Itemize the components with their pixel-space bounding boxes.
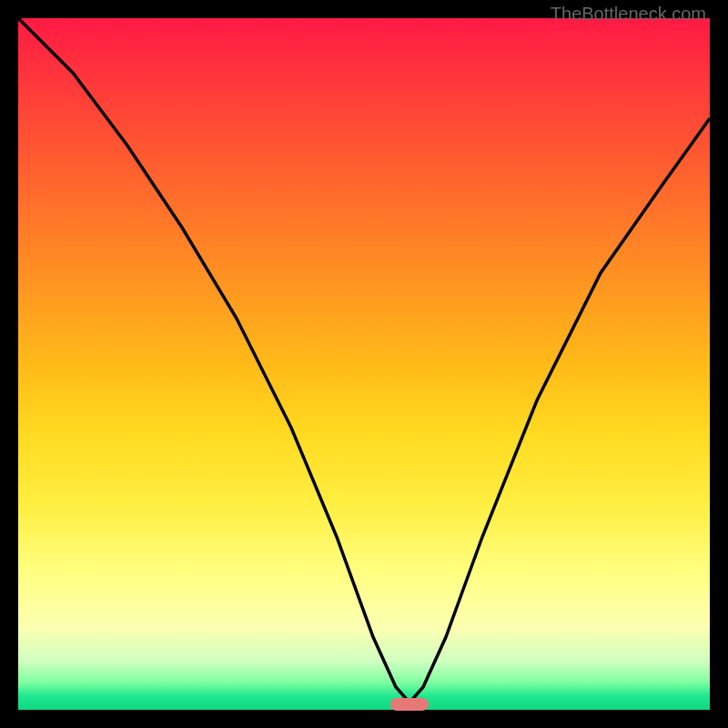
optimum-marker <box>390 698 429 711</box>
bottleneck-curve <box>18 18 710 710</box>
watermark-text: TheBottleneck.com <box>551 4 706 25</box>
chart-plot-area <box>18 18 710 710</box>
curve-path <box>18 18 710 703</box>
